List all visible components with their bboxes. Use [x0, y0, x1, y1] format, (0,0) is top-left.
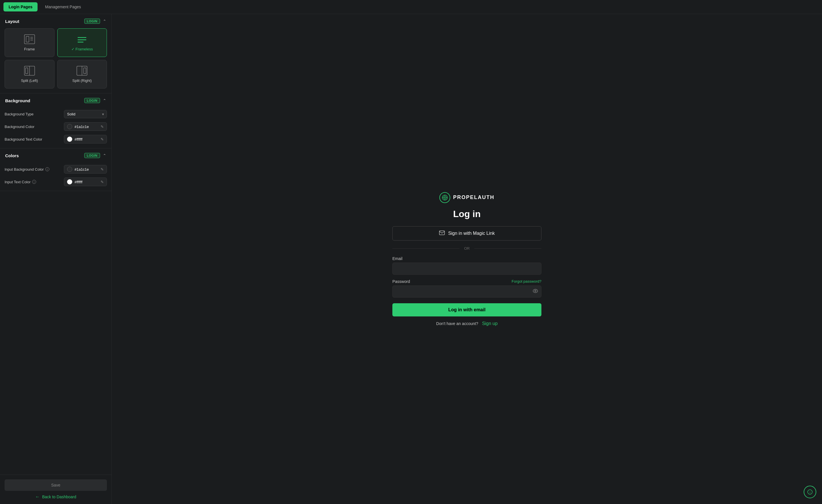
layout-section: Layout LOGIN ⌃: [0, 14, 111, 93]
frameless-label: ✓ Frameless: [71, 47, 93, 51]
password-label-row: Password Forgot password?: [392, 279, 541, 284]
bg-color-edit-icon[interactable]: ✎: [101, 125, 104, 129]
input-bg-color-edit-icon[interactable]: ✎: [101, 167, 104, 172]
signup-row: Don't have an account? Sign up: [436, 321, 497, 326]
svg-point-22: [533, 289, 538, 293]
frame-label: Frame: [24, 47, 35, 51]
input-bg-color-value: #1a1c1e: [74, 167, 98, 172]
signup-text: Don't have an account?: [436, 321, 478, 326]
arrow-left-icon: ←: [35, 494, 40, 499]
split-right-label: Split (Right): [72, 78, 92, 83]
bg-color-row: Background Color #1a1c1e ✎: [5, 122, 107, 131]
background-chevron-icon[interactable]: ⌃: [103, 98, 106, 103]
preview-area: PROPELAUTH Log in Sign in with Magic Lin…: [112, 14, 822, 504]
password-label: Password: [392, 279, 410, 284]
login-pages-tab[interactable]: Login Pages: [3, 2, 38, 11]
bg-type-label: Background Type: [5, 112, 34, 116]
background-section: Background LOGIN ⌃ Background Type Solid…: [0, 93, 111, 148]
background-section-header: Background LOGIN ⌃: [0, 93, 111, 108]
login-button[interactable]: Log in with email: [392, 303, 541, 316]
save-button[interactable]: Save: [5, 479, 107, 491]
layout-card-frameless[interactable]: ✓ Frameless: [57, 28, 107, 57]
colors-section-controls: LOGIN ⌃: [84, 153, 106, 158]
back-to-dashboard-link[interactable]: ← Back to Dashboard: [5, 494, 107, 499]
colors-login-badge: LOGIN: [84, 153, 100, 158]
input-bg-color-label: Input Background Color i: [5, 167, 49, 172]
background-section-title: Background: [5, 98, 30, 103]
login-card: PROPELAUTH Log in Sign in with Magic Lin…: [392, 192, 541, 326]
layout-login-badge: LOGIN: [84, 19, 100, 24]
brand-logo: PROPELAUTH: [439, 192, 494, 203]
or-divider: OR: [392, 246, 541, 251]
svg-text:i: i: [810, 491, 810, 494]
magic-link-button[interactable]: Sign in with Magic Link: [392, 226, 541, 241]
svg-point-23: [535, 290, 536, 292]
colors-settings: Input Background Color i #1a1c1e ✎ Input…: [0, 163, 111, 191]
colors-section-title: Colors: [5, 153, 19, 158]
bg-color-label: Background Color: [5, 125, 34, 129]
input-text-color-control[interactable]: #ffffff ✎: [64, 178, 107, 186]
layout-section-controls: LOGIN ⌃: [84, 19, 106, 24]
bg-text-color-swatch: [67, 137, 72, 142]
eye-icon[interactable]: [533, 289, 538, 294]
main-layout: Layout LOGIN ⌃: [0, 14, 822, 504]
input-bg-color-swatch: [67, 167, 72, 172]
or-text: OR: [464, 246, 470, 251]
svg-rect-10: [25, 68, 28, 74]
split-left-label: Split (Left): [21, 78, 38, 83]
email-input[interactable]: [392, 263, 541, 275]
management-pages-tab[interactable]: Management Pages: [40, 2, 86, 11]
svg-rect-21: [439, 231, 445, 235]
layout-card-split-right[interactable]: Split (Right): [57, 60, 107, 88]
bg-text-color-control[interactable]: #ffffff ✎: [64, 135, 107, 143]
input-text-color-row: Input Text Color i #ffffff ✎: [5, 178, 107, 186]
bg-color-value: #1a1c1e: [74, 125, 98, 129]
frameless-icon: [76, 34, 88, 44]
brand-name: PROPELAUTH: [453, 194, 494, 200]
frame-icon: [24, 34, 35, 44]
brand-icon: [439, 192, 450, 203]
email-icon: [439, 231, 445, 236]
layout-card-frame[interactable]: Frame: [5, 28, 54, 57]
input-bg-color-control[interactable]: #1a1c1e ✎: [64, 165, 107, 174]
sidebar-bottom: Save ← Back to Dashboard: [0, 475, 111, 504]
bg-text-color-edit-icon[interactable]: ✎: [101, 137, 104, 141]
corner-info-button[interactable]: i: [804, 486, 816, 498]
password-form-group: Password Forgot password?: [392, 279, 541, 298]
input-text-color-value: #ffffff: [74, 180, 98, 184]
layout-chevron-icon[interactable]: ⌃: [103, 19, 106, 23]
password-input[interactable]: [392, 286, 541, 298]
background-section-controls: LOGIN ⌃: [84, 98, 106, 103]
login-title: Log in: [453, 209, 481, 219]
bg-text-color-row: Background Text Color #ffffff ✎: [5, 135, 107, 143]
colors-chevron-icon[interactable]: ⌃: [103, 153, 106, 158]
password-input-wrapper: [392, 286, 541, 298]
layout-section-title: Layout: [5, 19, 19, 24]
bg-color-control[interactable]: #1a1c1e ✎: [64, 122, 107, 131]
svg-point-16: [444, 197, 445, 198]
top-nav: Login Pages Management Pages: [0, 0, 822, 14]
input-text-color-swatch: [67, 179, 72, 184]
input-bg-color-info-icon[interactable]: i: [45, 167, 49, 171]
bg-color-swatch: [67, 124, 72, 129]
bg-type-row: Background Type Solid Gradient Image ▼: [5, 110, 107, 118]
split-right-icon: [76, 66, 88, 76]
input-text-color-info-icon[interactable]: i: [32, 180, 36, 184]
input-bg-color-row: Input Background Color i #1a1c1e ✎: [5, 165, 107, 174]
bg-text-color-label: Background Text Color: [5, 137, 42, 141]
background-settings: Background Type Solid Gradient Image ▼ B…: [0, 108, 111, 148]
sidebar: Layout LOGIN ⌃: [0, 14, 112, 504]
or-line-right: [474, 248, 541, 249]
forgot-password-link[interactable]: Forgot password?: [512, 279, 541, 283]
split-left-icon: [24, 66, 35, 76]
layout-card-split-left[interactable]: Split (Left): [5, 60, 54, 88]
bg-type-select[interactable]: Solid Gradient Image: [64, 110, 107, 118]
input-text-color-edit-icon[interactable]: ✎: [101, 180, 104, 184]
email-form-group: Email: [392, 256, 541, 275]
input-text-color-label: Input Text Color i: [5, 180, 36, 184]
colors-section-header: Colors LOGIN ⌃: [0, 148, 111, 163]
colors-section: Colors LOGIN ⌃ Input Background Color i …: [0, 148, 111, 191]
layout-section-header: Layout LOGIN ⌃: [0, 14, 111, 28]
signup-link[interactable]: Sign up: [482, 321, 497, 326]
email-label: Email: [392, 256, 541, 261]
